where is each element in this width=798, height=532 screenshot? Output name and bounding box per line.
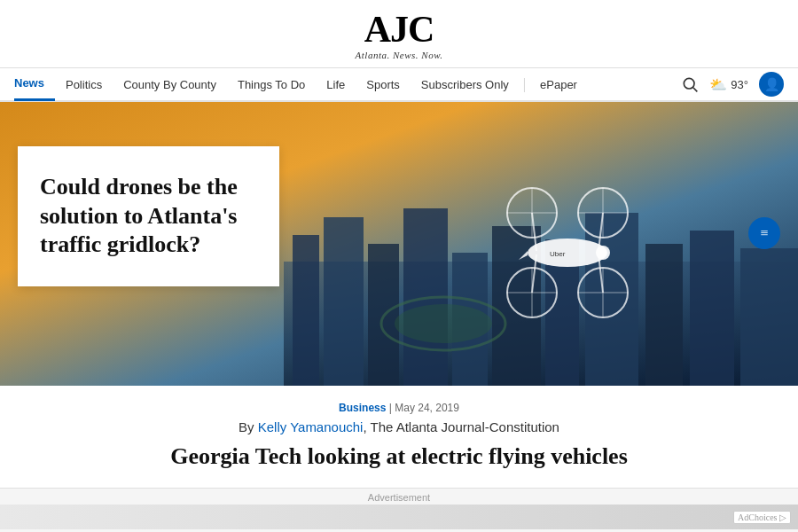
article-category: Business | May 24, 2019 <box>0 402 798 414</box>
nav-item-things[interactable]: Things To Do <box>227 67 316 101</box>
search-icon[interactable] <box>681 75 699 93</box>
site-tagline: Atlanta. News. Now. <box>0 50 798 60</box>
article-title: Georgia Tech looking at electric flying … <box>133 443 665 470</box>
menu-icon: ≡ <box>760 225 768 241</box>
article-byline: By Kelly Yamanouchi, The Atlanta Journal… <box>0 419 798 434</box>
article-date: May 24, 2019 <box>395 402 459 414</box>
svg-point-0 <box>685 78 695 89</box>
svg-rect-4 <box>293 235 319 386</box>
ad-choices-badge[interactable]: AdChoices ▷ <box>733 511 791 524</box>
svg-rect-12 <box>645 244 683 386</box>
svg-rect-13 <box>690 231 734 386</box>
nav-item-epaper[interactable]: ePaper <box>529 67 588 101</box>
headline-card: Could drones be the solution to Atlanta'… <box>18 146 279 286</box>
svg-rect-5 <box>324 217 364 386</box>
nav-utilities: ⛅ 93° 👤 <box>681 72 784 97</box>
svg-rect-11 <box>585 213 638 386</box>
ad-section: Advertisement AdChoices ▷ <box>0 488 798 532</box>
weather-widget: ⛅ 93° <box>709 76 748 93</box>
svg-point-17 <box>528 239 607 267</box>
nav-item-subscribers[interactable]: Subscribers Only <box>411 67 520 101</box>
weather-icon: ⛅ <box>709 76 727 93</box>
site-logo[interactable]: AJC <box>0 11 798 48</box>
hero-headline: Could drones be the solution to Atlanta'… <box>40 173 257 260</box>
byline-prefix: By <box>239 419 258 434</box>
nav-item-politics[interactable]: Politics <box>55 67 113 101</box>
svg-point-19 <box>596 246 610 260</box>
author-link[interactable]: Kelly Yamanouchi <box>258 419 364 434</box>
site-header: AJC Atlanta. News. Now. <box>0 0 798 68</box>
profile-icon-symbol: 👤 <box>764 77 779 92</box>
ad-banner[interactable]: AdChoices ▷ <box>0 505 798 529</box>
profile-button[interactable]: 👤 <box>759 72 784 97</box>
hero-image: Uber Could drones be the solution to Atl… <box>0 102 798 386</box>
main-nav: News Politics County By County Things To… <box>0 68 798 102</box>
svg-point-16 <box>395 304 492 343</box>
nav-item-life[interactable]: Life <box>316 67 356 101</box>
category-link[interactable]: Business <box>339 402 386 414</box>
nav-links: News Politics County By County Things To… <box>14 67 681 101</box>
svg-rect-14 <box>740 248 798 386</box>
svg-line-1 <box>693 88 698 92</box>
scroll-button[interactable]: ≡ <box>748 217 780 249</box>
nav-divider: | <box>520 76 529 92</box>
nav-item-sports[interactable]: Sports <box>356 67 411 101</box>
svg-text:Uber: Uber <box>550 250 566 258</box>
article-meta: Business | May 24, 2019 By Kelly Yamanou… <box>0 386 798 477</box>
byline-suffix: , The Atlanta Journal-Constitution <box>363 419 559 434</box>
nav-item-news[interactable]: News <box>14 67 55 101</box>
hero-section: Uber Could drones be the solution to Atl… <box>0 102 798 386</box>
weather-temp: 93° <box>731 78 748 91</box>
ad-label: Advertisement <box>0 492 798 503</box>
nav-item-county[interactable]: County By County <box>113 67 227 101</box>
